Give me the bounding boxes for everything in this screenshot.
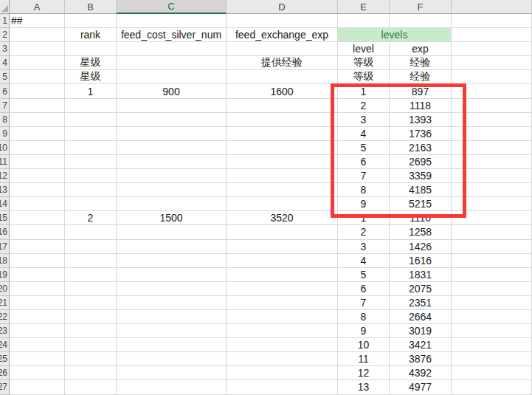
cell-D27[interactable] xyxy=(227,380,338,394)
cell-F11[interactable]: 2695 xyxy=(390,155,452,169)
cell-B17[interactable] xyxy=(65,240,117,254)
row-header-20[interactable]: 20 xyxy=(0,282,10,296)
row-header-15[interactable]: 15 xyxy=(0,211,10,225)
cell-F13[interactable]: 4185 xyxy=(390,183,452,197)
row-header-12[interactable]: 12 xyxy=(0,169,10,183)
cell-E6[interactable]: 1 xyxy=(338,84,390,98)
row-header-22[interactable]: 22 xyxy=(0,310,10,324)
cell-A18[interactable] xyxy=(10,254,65,268)
cell-C23[interactable] xyxy=(117,324,227,338)
cell-B15[interactable]: 2 xyxy=(65,211,117,225)
cell-A26[interactable] xyxy=(10,366,65,380)
cell-B18[interactable] xyxy=(65,254,117,268)
row-header-23[interactable]: 23 xyxy=(0,324,10,338)
cell-B16[interactable] xyxy=(65,225,117,239)
cell-B14[interactable] xyxy=(65,197,117,211)
cell-G18[interactable] xyxy=(452,254,532,268)
cell-F20[interactable]: 2075 xyxy=(390,282,452,296)
cell-B24[interactable] xyxy=(65,338,117,352)
cell-A23[interactable] xyxy=(10,324,65,338)
cell-E22[interactable]: 8 xyxy=(338,310,390,324)
cell-C16[interactable] xyxy=(117,225,227,239)
cell-E17[interactable]: 3 xyxy=(338,240,390,254)
row-header-5[interactable]: 5 xyxy=(0,70,10,84)
cell-C4[interactable] xyxy=(117,56,227,70)
cell-C18[interactable] xyxy=(117,254,227,268)
cell-E4[interactable]: 等级 xyxy=(338,56,390,70)
cell-A19[interactable] xyxy=(10,268,65,282)
cell-D6[interactable]: 1600 xyxy=(227,84,338,98)
cell-C6[interactable]: 900 xyxy=(117,84,227,98)
column-header-D[interactable]: D xyxy=(227,0,338,14)
cell-C8[interactable] xyxy=(117,113,227,127)
cell-D25[interactable] xyxy=(227,352,338,366)
cell-A4[interactable] xyxy=(10,56,65,70)
merged-cell-levels[interactable]: levels xyxy=(338,28,452,42)
cell-D17[interactable] xyxy=(227,240,338,254)
cell-C14[interactable] xyxy=(117,197,227,211)
row-header-13[interactable]: 13 xyxy=(0,183,10,197)
cell-F8[interactable]: 1393 xyxy=(390,113,452,127)
row-header-19[interactable]: 19 xyxy=(0,268,10,282)
cell-B10[interactable] xyxy=(65,141,117,155)
cell-C24[interactable] xyxy=(117,338,227,352)
cell-G27[interactable] xyxy=(452,380,532,394)
row-header-9[interactable]: 9 xyxy=(0,127,10,141)
cell-D12[interactable] xyxy=(227,169,338,183)
cell-E23[interactable]: 9 xyxy=(338,324,390,338)
column-header-C[interactable]: C xyxy=(117,0,227,14)
cell-C19[interactable] xyxy=(117,268,227,282)
cell-C15[interactable]: 1500 xyxy=(117,211,227,225)
cell-A17[interactable] xyxy=(10,240,65,254)
cell-A2[interactable] xyxy=(10,28,65,42)
cell-A11[interactable] xyxy=(10,155,65,169)
cell-E5[interactable]: 等级 xyxy=(338,70,390,84)
cell-B6[interactable]: 1 xyxy=(65,84,117,98)
row-header-14[interactable]: 14 xyxy=(0,197,10,211)
cell-D8[interactable] xyxy=(227,113,338,127)
cell-F19[interactable]: 1831 xyxy=(390,268,452,282)
cell-F22[interactable]: 2664 xyxy=(390,310,452,324)
cell-G23[interactable] xyxy=(452,324,532,338)
cell-G20[interactable] xyxy=(452,282,532,296)
cell-G4[interactable] xyxy=(452,56,532,70)
cell-C25[interactable] xyxy=(117,352,227,366)
cell-F24[interactable]: 3421 xyxy=(390,338,452,352)
cell-A3[interactable] xyxy=(10,42,65,56)
cell-G24[interactable] xyxy=(452,338,532,352)
cell-F4[interactable]: 经验 xyxy=(390,56,452,70)
row-header-6[interactable]: 6 xyxy=(0,84,10,98)
column-header-A[interactable]: A xyxy=(10,0,65,14)
cell-F10[interactable]: 2163 xyxy=(390,141,452,155)
cell-A12[interactable] xyxy=(10,169,65,183)
cell-B2[interactable]: rank xyxy=(65,28,117,42)
cell-F18[interactable]: 1616 xyxy=(390,254,452,268)
cell-G25[interactable] xyxy=(452,352,532,366)
row-header-16[interactable]: 16 xyxy=(0,225,10,239)
cell-G21[interactable] xyxy=(452,296,532,310)
cell-A20[interactable] xyxy=(10,282,65,296)
cell-D22[interactable] xyxy=(227,310,338,324)
cell-G22[interactable] xyxy=(452,310,532,324)
cell-A13[interactable] xyxy=(10,183,65,197)
row-header-26[interactable]: 26 xyxy=(0,366,10,380)
row-header-3[interactable]: 3 xyxy=(0,42,10,56)
cell-D21[interactable] xyxy=(227,296,338,310)
cell-E12[interactable]: 7 xyxy=(338,169,390,183)
cell-G11[interactable] xyxy=(452,155,532,169)
cell-A24[interactable] xyxy=(10,338,65,352)
cell-D23[interactable] xyxy=(227,324,338,338)
cell-E9[interactable]: 4 xyxy=(338,127,390,141)
cell-A14[interactable] xyxy=(10,197,65,211)
cell-E24[interactable]: 10 xyxy=(338,338,390,352)
cell-G26[interactable] xyxy=(452,366,532,380)
cell-C17[interactable] xyxy=(117,240,227,254)
column-header-E[interactable]: E xyxy=(338,0,390,14)
cell-A6[interactable] xyxy=(10,84,65,98)
cell-F3[interactable]: exp xyxy=(390,42,452,56)
cell-D9[interactable] xyxy=(227,127,338,141)
row-header-24[interactable]: 24 xyxy=(0,338,10,352)
row-header-27[interactable]: 27 xyxy=(0,380,10,394)
cell-C12[interactable] xyxy=(117,169,227,183)
cell-D7[interactable] xyxy=(227,99,338,113)
